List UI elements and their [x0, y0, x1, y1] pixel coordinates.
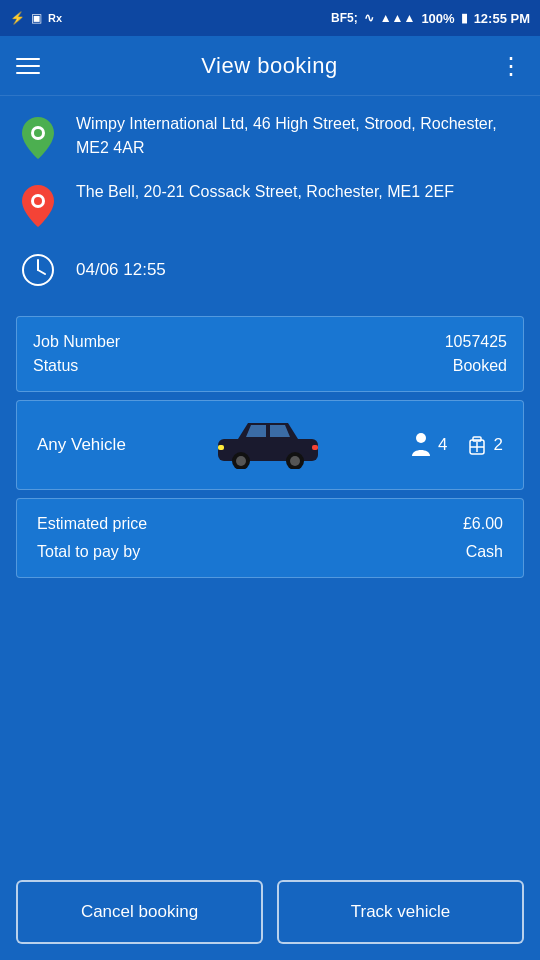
battery-icon: ▮: [461, 11, 468, 25]
clock-icon: [16, 248, 60, 292]
wifi-icon: ∿: [364, 11, 374, 25]
total-value: Cash: [466, 543, 503, 561]
total-pay-row: Total to pay by Cash: [37, 543, 503, 561]
dropoff-row: The Bell, 20-21 Cossack Street, Rocheste…: [16, 180, 524, 228]
svg-point-3: [34, 197, 42, 205]
more-options-icon[interactable]: ⋮: [499, 54, 524, 78]
hamburger-menu-icon[interactable]: [16, 58, 40, 74]
bluetooth-icon: BF5;: [331, 11, 358, 25]
rx-icon: Rx: [48, 12, 62, 24]
job-number-label: Job Number: [33, 333, 120, 351]
status-bar-left: ⚡ ▣ Rx: [10, 11, 62, 25]
estimated-price-row: Estimated price £6.00: [37, 515, 503, 533]
job-number-value: 1057425: [445, 333, 507, 351]
status-value: Booked: [453, 357, 507, 375]
button-row: Cancel booking Track vehicle: [0, 864, 540, 960]
status-label: Status: [33, 357, 78, 375]
svg-rect-13: [312, 445, 318, 450]
svg-rect-12: [218, 445, 224, 450]
svg-point-11: [290, 456, 300, 466]
datetime-row: 04/06 12:55: [16, 248, 524, 292]
car-icon: [213, 417, 323, 473]
luggage-number: 2: [494, 435, 503, 455]
estimated-price-label: Estimated price: [37, 515, 147, 533]
pricing-card: Estimated price £6.00 Total to pay by Ca…: [16, 498, 524, 578]
datetime-value: 04/06 12:55: [76, 260, 166, 280]
content-area: Wimpy International Ltd, 46 High Street,…: [0, 96, 540, 602]
header: View booking ⋮: [0, 36, 540, 96]
status-row: Status Booked: [33, 357, 507, 375]
page-title: View booking: [201, 53, 337, 79]
pickup-row: Wimpy International Ltd, 46 High Street,…: [16, 112, 524, 160]
luggage-count: 2: [466, 432, 503, 458]
vehicle-card: Any Vehicle: [16, 400, 524, 490]
time-display: 12:55 PM: [474, 11, 530, 26]
passenger-number: 4: [438, 435, 447, 455]
job-number-row: Job Number 1057425: [33, 333, 507, 351]
svg-point-9: [236, 456, 246, 466]
track-vehicle-button[interactable]: Track vehicle: [277, 880, 524, 944]
vehicle-name: Any Vehicle: [37, 435, 126, 455]
svg-line-6: [38, 270, 45, 274]
signal-icon: ▲▲▲: [380, 11, 416, 25]
battery-text: 100%: [421, 11, 454, 26]
svg-rect-16: [473, 437, 481, 441]
sim-icon: ▣: [31, 11, 42, 25]
svg-point-14: [416, 433, 426, 443]
total-label: Total to pay by: [37, 543, 140, 561]
usb-icon: ⚡: [10, 11, 25, 25]
svg-point-1: [34, 129, 42, 137]
status-bar: ⚡ ▣ Rx BF5; ∿ ▲▲▲ 100% ▮ 12:55 PM: [0, 0, 540, 36]
booking-details-card: Job Number 1057425 Status Booked: [16, 316, 524, 392]
dropoff-address: The Bell, 20-21 Cossack Street, Rocheste…: [76, 180, 454, 204]
pickup-address: Wimpy International Ltd, 46 High Street,…: [76, 112, 524, 160]
passenger-count: 4: [410, 432, 447, 458]
pickup-pin-icon: [16, 116, 60, 160]
vehicle-meta: 4 2: [410, 432, 503, 458]
dropoff-pin-icon: [16, 184, 60, 228]
cancel-booking-button[interactable]: Cancel booking: [16, 880, 263, 944]
estimated-price-value: £6.00: [463, 515, 503, 533]
status-bar-right: BF5; ∿ ▲▲▲ 100% ▮ 12:55 PM: [331, 11, 530, 26]
